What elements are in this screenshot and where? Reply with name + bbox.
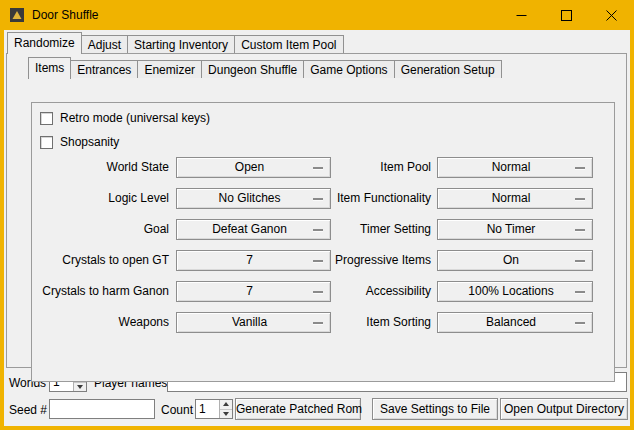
tab-dungeon-shuffle[interactable]: Dungeon Shuffle (201, 60, 304, 78)
menu-indicator-icon (575, 260, 585, 262)
tab-entrances[interactable]: Entrances (70, 60, 138, 78)
progressive-items-dropdown[interactable]: On (437, 250, 593, 271)
menu-indicator-icon (575, 229, 585, 231)
tab-items[interactable]: Items (28, 57, 71, 79)
window-controls (499, 0, 634, 30)
retro-mode-checkbox[interactable]: Retro mode (universal keys) (40, 110, 210, 126)
generate-patched-rom-button[interactable]: Generate Patched Rom (235, 398, 361, 420)
timer-setting-label: Timer Setting (284, 219, 431, 240)
item-functionality-dropdown[interactable]: Normal (437, 188, 593, 209)
checkbox-label: Retro mode (universal keys) (60, 111, 210, 125)
spin-down-icon[interactable] (220, 409, 232, 419)
count-spinbox[interactable] (195, 399, 233, 419)
option-row: Logic Level No Glitches Item Functionali… (32, 188, 616, 209)
count-label: Count (161, 403, 193, 417)
save-settings-button[interactable]: Save Settings to File (372, 398, 498, 420)
logic-level-label: Logic Level (32, 188, 169, 209)
spin-up-icon[interactable] (220, 400, 232, 409)
dropdown-value: 100% Locations (438, 282, 592, 301)
checkbox-icon[interactable] (40, 112, 53, 125)
main-tab-bar: Randomize Adjust Starting Inventory Cust… (7, 32, 343, 53)
progressive-items-label: Progressive Items (284, 250, 431, 271)
close-button[interactable] (589, 0, 634, 30)
checkbox-icon[interactable] (40, 136, 53, 149)
item-sorting-label: Item Sorting (284, 312, 431, 333)
option-row: Crystals to open GT 7 Progressive Items … (32, 250, 616, 271)
minimize-button[interactable] (499, 0, 544, 30)
dropdown-value: No Timer (438, 220, 592, 239)
dropdown-value: Balanced (438, 313, 592, 332)
crystals-open-gt-label: Crystals to open GT (32, 250, 169, 271)
dropdown-value: Normal (438, 158, 592, 177)
seed-label: Seed # (9, 403, 47, 417)
accessibility-dropdown[interactable]: 100% Locations (437, 281, 593, 302)
seed-entry[interactable] (49, 399, 155, 419)
menu-indicator-icon (575, 322, 585, 324)
sub-tab-bar: Items Entrances Enemizer Dungeon Shuffle… (28, 57, 501, 78)
dropdown-value: On (438, 251, 592, 270)
accessibility-label: Accessibility (284, 281, 431, 302)
randomize-tab-pane: Retro mode (universal keys) Shopsanity W… (6, 53, 627, 368)
tab-custom-item-pool[interactable]: Custom Item Pool (234, 35, 343, 53)
dropdown-value: Normal (438, 189, 592, 208)
checkbox-label: Shopsanity (60, 135, 119, 149)
menu-indicator-icon (575, 167, 585, 169)
window-title: Door Shuffle (32, 8, 99, 22)
timer-setting-dropdown[interactable]: No Timer (437, 219, 593, 240)
shopsanity-checkbox[interactable]: Shopsanity (40, 134, 119, 150)
titlebar[interactable]: Door Shuffle (0, 0, 634, 30)
tab-generation-setup[interactable]: Generation Setup (394, 60, 502, 78)
item-pool-dropdown[interactable]: Normal (437, 157, 593, 178)
tab-enemizer[interactable]: Enemizer (137, 60, 202, 78)
app-icon (9, 7, 25, 23)
items-tab-pane: Retro mode (universal keys) Shopsanity W… (31, 102, 615, 382)
item-sorting-dropdown[interactable]: Balanced (437, 312, 593, 333)
crystals-harm-ganon-label: Crystals to harm Ganon (32, 281, 169, 302)
weapons-label: Weapons (32, 312, 169, 333)
menu-indicator-icon (575, 291, 585, 293)
open-output-directory-button[interactable]: Open Output Directory (500, 398, 628, 420)
world-state-label: World State (32, 157, 169, 178)
tab-adjust[interactable]: Adjust (81, 35, 128, 53)
count-input[interactable] (196, 400, 218, 418)
goal-label: Goal (32, 219, 169, 240)
tab-randomize[interactable]: Randomize (7, 32, 82, 54)
tab-starting-inventory[interactable]: Starting Inventory (127, 35, 235, 53)
spin-down-icon[interactable] (74, 382, 86, 392)
menu-indicator-icon (575, 198, 585, 200)
app-window: Door Shuffle Randomize Adjust Starting I… (0, 0, 634, 430)
client-area: Randomize Adjust Starting Inventory Cust… (4, 30, 630, 426)
option-row: World State Open Item Pool Normal (32, 157, 616, 178)
option-row: Weapons Vanilla Item Sorting Balanced (32, 312, 616, 333)
item-functionality-label: Item Functionality (284, 188, 431, 209)
option-row: Crystals to harm Ganon 7 Accessibility 1… (32, 281, 616, 302)
seed-input[interactable] (50, 400, 154, 418)
spin-arrows (219, 400, 232, 418)
item-pool-label: Item Pool (284, 157, 431, 178)
tab-game-options[interactable]: Game Options (303, 60, 394, 78)
maximize-button[interactable] (544, 0, 589, 30)
option-row: Goal Defeat Ganon Timer Setting No Timer (32, 219, 616, 240)
